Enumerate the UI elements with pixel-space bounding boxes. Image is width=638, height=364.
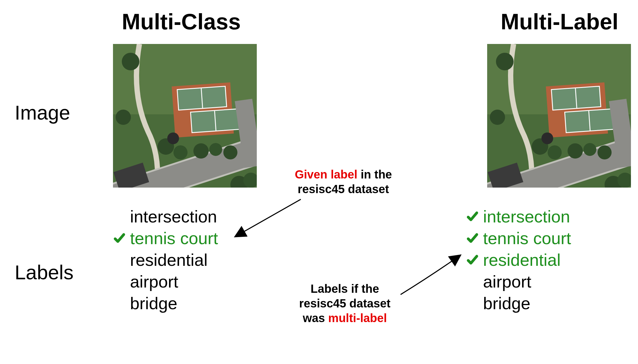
arrow-multi-label bbox=[0, 0, 638, 364]
diagram-stage: Multi-Class Multi-Label Image Labels bbox=[0, 0, 638, 364]
